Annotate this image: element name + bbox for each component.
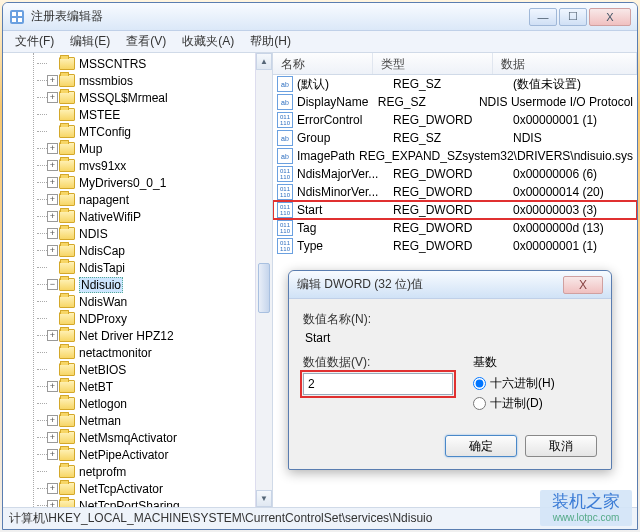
value-data-input[interactable] xyxy=(303,373,453,395)
list-row[interactable]: abGroupREG_SZNDIS xyxy=(273,129,637,147)
tree-item[interactable]: +NetTcpPortSharing xyxy=(7,497,272,507)
expand-icon[interactable]: − xyxy=(47,279,58,290)
folder-icon xyxy=(59,278,75,291)
tree-item[interactable]: +NetBIOS xyxy=(7,361,272,378)
tree-item[interactable]: +NetPipeActivator xyxy=(7,446,272,463)
col-data[interactable]: 数据 xyxy=(493,53,637,74)
scroll-thumb[interactable] xyxy=(258,263,270,313)
menu-edit[interactable]: 编辑(E) xyxy=(62,31,118,52)
tree-item[interactable]: +Net Driver HPZ12 xyxy=(7,327,272,344)
tree-item[interactable]: +NativeWifiP xyxy=(7,208,272,225)
list-row[interactable]: 011110ErrorControlREG_DWORD0x00000001 (1… xyxy=(273,111,637,129)
tree-item[interactable]: +NetMsmqActivator xyxy=(7,429,272,446)
dialog-close-button[interactable]: X xyxy=(563,276,603,294)
menu-help[interactable]: 帮助(H) xyxy=(242,31,299,52)
expand-icon[interactable]: + xyxy=(47,194,58,205)
tree-item[interactable]: +MSTEE xyxy=(7,106,272,123)
expand-icon[interactable]: + xyxy=(47,500,58,507)
folder-icon xyxy=(59,227,75,240)
tree-item[interactable]: +Netman xyxy=(7,412,272,429)
radio-hex[interactable]: 十六进制(H) xyxy=(473,375,555,392)
menu-view[interactable]: 查看(V) xyxy=(118,31,174,52)
expand-icon[interactable]: + xyxy=(47,381,58,392)
menu-favorites[interactable]: 收藏夹(A) xyxy=(174,31,242,52)
close-button[interactable]: X xyxy=(589,8,631,26)
tree-item[interactable]: +MyDrivers0_0_1 xyxy=(7,174,272,191)
tree-item[interactable]: +mssmbios xyxy=(7,72,272,89)
col-name[interactable]: 名称 xyxy=(273,53,373,74)
list-row[interactable]: 011110NdisMinorVer...REG_DWORD0x00000014… xyxy=(273,183,637,201)
expand-icon[interactable]: + xyxy=(47,143,58,154)
tree-item[interactable]: +NetTcpActivator xyxy=(7,480,272,497)
tree-item[interactable]: +NDIS xyxy=(7,225,272,242)
maximize-button[interactable]: ☐ xyxy=(559,8,587,26)
titlebar[interactable]: 注册表编辑器 — ☐ X xyxy=(3,3,637,31)
list-row[interactable]: ab(默认)REG_SZ(数值未设置) xyxy=(273,75,637,93)
tree-item[interactable]: +napagent xyxy=(7,191,272,208)
svg-rect-4 xyxy=(18,18,22,22)
tree-item[interactable]: +netactmonitor xyxy=(7,344,272,361)
tree-item[interactable]: +Mup xyxy=(7,140,272,157)
edit-dword-dialog: 编辑 DWORD (32 位)值 X 数值名称(N): Start 数值数据(V… xyxy=(288,270,612,470)
tree-item[interactable]: +MTConfig xyxy=(7,123,272,140)
dialog-titlebar[interactable]: 编辑 DWORD (32 位)值 X xyxy=(289,271,611,299)
list-row[interactable]: 011110StartREG_DWORD0x00000003 (3) xyxy=(273,201,637,219)
tree-item[interactable]: +MSSQL$Mrmeal xyxy=(7,89,272,106)
ok-button[interactable]: 确定 xyxy=(445,435,517,457)
menu-file[interactable]: 文件(F) xyxy=(7,31,62,52)
minimize-button[interactable]: — xyxy=(529,8,557,26)
expand-icon[interactable]: + xyxy=(47,330,58,341)
tree-item-label: netactmonitor xyxy=(79,346,152,360)
tree-item[interactable]: +NdisCap xyxy=(7,242,272,259)
radio-dec[interactable]: 十进制(D) xyxy=(473,395,555,412)
cancel-button[interactable]: 取消 xyxy=(525,435,597,457)
list-row[interactable]: abImagePathREG_EXPAND_SZsystem32\DRIVERS… xyxy=(273,147,637,165)
expand-icon[interactable]: + xyxy=(47,160,58,171)
tree-item[interactable]: +NdisTapi xyxy=(7,259,272,276)
list-row[interactable]: 011110TypeREG_DWORD0x00000001 (1) xyxy=(273,237,637,255)
tree-item[interactable]: +NetBT xyxy=(7,378,272,395)
tree-item[interactable]: +MSSCNTRS xyxy=(7,55,272,72)
expand-icon[interactable]: + xyxy=(47,245,58,256)
expand-icon[interactable]: + xyxy=(47,432,58,443)
list-row[interactable]: abDisplayNameREG_SZNDIS Usermode I/O Pro… xyxy=(273,93,637,111)
tree-item-label: NetTcpPortSharing xyxy=(79,499,180,508)
cell-name: NdisMinorVer... xyxy=(297,185,393,199)
cell-name: Tag xyxy=(297,221,393,235)
expand-icon[interactable]: + xyxy=(47,92,58,103)
tree-item[interactable]: +mvs91xx xyxy=(7,157,272,174)
cell-name: ImagePath xyxy=(297,149,359,163)
tree-scrollbar[interactable]: ▲ ▼ xyxy=(255,53,272,507)
expand-icon[interactable]: + xyxy=(47,177,58,188)
tree-panel[interactable]: +MSSCNTRS+mssmbios+MSSQL$Mrmeal+MSTEE+MT… xyxy=(3,53,273,507)
expand-icon[interactable]: + xyxy=(47,211,58,222)
svg-rect-3 xyxy=(12,18,16,22)
tree-item[interactable]: +NDProxy xyxy=(7,310,272,327)
dialog-title: 编辑 DWORD (32 位)值 xyxy=(297,276,563,293)
folder-icon xyxy=(59,363,75,376)
expand-icon[interactable]: + xyxy=(47,449,58,460)
list-row[interactable]: 011110TagREG_DWORD0x0000000d (13) xyxy=(273,219,637,237)
tree-item[interactable]: +NdisWan xyxy=(7,293,272,310)
folder-icon xyxy=(59,312,75,325)
col-type[interactable]: 类型 xyxy=(373,53,493,74)
expand-icon[interactable]: + xyxy=(47,228,58,239)
base-label: 基数 xyxy=(473,354,555,371)
expand-icon[interactable]: + xyxy=(47,75,58,86)
scroll-up-icon[interactable]: ▲ xyxy=(256,53,272,70)
folder-icon xyxy=(59,108,75,121)
scroll-down-icon[interactable]: ▼ xyxy=(256,490,272,507)
watermark: 装机之家 www.lotpc.com xyxy=(540,490,632,526)
expand-icon[interactable]: + xyxy=(47,483,58,494)
folder-icon xyxy=(59,346,75,359)
string-icon: ab xyxy=(277,148,293,164)
expand-icon[interactable]: + xyxy=(47,415,58,426)
folder-icon xyxy=(59,380,75,393)
tree-item[interactable]: +Netlogon xyxy=(7,395,272,412)
list-row[interactable]: 011110NdisMajorVer...REG_DWORD0x00000006… xyxy=(273,165,637,183)
dword-icon: 011110 xyxy=(277,112,293,128)
tree-item[interactable]: +netprofm xyxy=(7,463,272,480)
cell-type: REG_DWORD xyxy=(393,185,513,199)
list-header: 名称 类型 数据 xyxy=(273,53,637,75)
tree-item[interactable]: −Ndisuio xyxy=(7,276,272,293)
